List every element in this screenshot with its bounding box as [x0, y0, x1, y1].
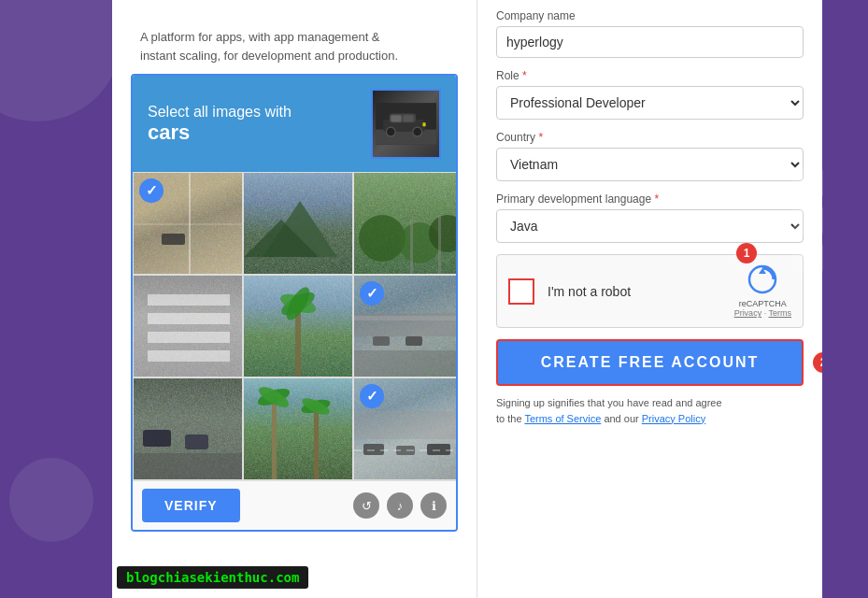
- captcha-widget: Select all images with cars: [131, 74, 458, 532]
- captcha-cell-4[interactable]: [243, 275, 353, 377]
- recaptcha-terms-link[interactable]: Terms: [769, 308, 792, 318]
- captcha-cell-2[interactable]: [353, 172, 458, 275]
- product-description: A platform for apps, with app management…: [121, 19, 467, 74]
- create-free-account-button[interactable]: CREATE FREE ACCOUNT: [496, 339, 804, 386]
- annotation-1: 1: [736, 243, 757, 263]
- purple-right-panel: [827, 0, 868, 598]
- country-select[interactable]: Vietnam United States United Kingdom Oth…: [496, 148, 804, 181]
- dev-lang-required-mark: *: [654, 192, 659, 206]
- verify-button[interactable]: VERIFY: [142, 489, 240, 522]
- recaptcha-label: I'm not a robot: [548, 284, 734, 299]
- dev-language-field: Primary development language * Java Pyth…: [496, 192, 804, 243]
- svg-rect-11: [162, 234, 185, 245]
- purple-left-panel: [0, 0, 117, 598]
- recaptcha-row[interactable]: I'm not a robot reCAPTCHA Privacy ·: [496, 254, 804, 328]
- role-required-mark: *: [522, 69, 527, 82]
- captcha-cell-6[interactable]: [133, 377, 243, 480]
- svg-point-14: [359, 215, 406, 262]
- create-button-wrap: CREATE FREE ACCOUNT 2: [496, 339, 804, 386]
- right-icon-2: ≡: [793, 206, 823, 235]
- svg-rect-32: [143, 430, 171, 447]
- terms-text: Signing up signifies that you have read …: [496, 395, 804, 426]
- svg-rect-42: [363, 444, 384, 455]
- role-select[interactable]: Professional Developer Student Hobbyist …: [496, 86, 804, 120]
- captcha-header-image: [371, 89, 441, 159]
- recaptcha-checkbox[interactable]: [508, 278, 534, 305]
- svg-point-6: [386, 127, 395, 136]
- company-name-input[interactable]: [496, 26, 804, 58]
- privacy-policy-link[interactable]: Privacy Policy: [642, 413, 705, 424]
- cell-1-svg: [244, 173, 353, 275]
- svg-rect-29: [373, 336, 390, 346]
- captcha-cell-3[interactable]: [133, 275, 243, 377]
- svg-rect-17: [410, 220, 413, 275]
- cell-5-check: [360, 281, 384, 306]
- captcha-nav-icons: ↺ ♪ ℹ: [353, 492, 447, 519]
- company-name-label: Company name: [496, 9, 804, 22]
- car-image-placeholder: [373, 91, 439, 157]
- cell-4-svg: [244, 276, 353, 377]
- recaptcha-branding: reCAPTCHA Privacy · Terms: [734, 264, 791, 318]
- svg-rect-38: [314, 406, 319, 480]
- car-svg: [376, 93, 436, 154]
- cell-2-svg: [354, 173, 458, 275]
- svg-rect-8: [422, 122, 425, 126]
- captcha-section: A platform for apps, with app management…: [112, 0, 477, 598]
- country-label: Country *: [496, 131, 804, 144]
- captcha-instruction: Select all images with cars: [148, 104, 292, 145]
- svg-rect-44: [427, 444, 450, 455]
- country-field: Country * Vietnam United States United K…: [496, 131, 804, 181]
- company-name-field: Company name: [496, 9, 804, 58]
- captcha-grid[interactable]: [133, 172, 456, 480]
- svg-rect-34: [134, 453, 243, 480]
- svg-rect-33: [185, 434, 208, 449]
- right-icon-3: ≡: [793, 243, 823, 273]
- main-panel: A platform for apps, with app management…: [112, 0, 822, 598]
- registration-form: Company name Role * Professional Develop…: [477, 0, 822, 598]
- recaptcha-privacy-link[interactable]: Privacy: [734, 308, 762, 318]
- country-required-mark: *: [538, 131, 543, 144]
- right-side-icons: ≡ ≡ ≡: [793, 168, 823, 273]
- cell-7-svg: [244, 378, 353, 480]
- svg-rect-5: [403, 115, 413, 121]
- blog-watermark: blogchiasekienthuc.com: [117, 566, 308, 589]
- right-icon-1: ≡: [793, 168, 823, 198]
- svg-rect-41: [354, 411, 458, 439]
- svg-rect-35: [272, 397, 277, 480]
- recaptcha-logo-svg: [747, 264, 777, 294]
- svg-rect-4: [391, 115, 401, 121]
- svg-rect-30: [406, 336, 422, 346]
- captcha-footer: VERIFY ↺ ♪ ℹ: [133, 480, 456, 530]
- role-field: Role * Professional Developer Student Ho…: [496, 69, 804, 120]
- svg-rect-19: [148, 294, 230, 306]
- captcha-sound-icon[interactable]: ♪: [387, 492, 413, 519]
- captcha-cell-5[interactable]: [353, 275, 458, 377]
- dev-language-select[interactable]: Java Python JavaScript C# PHP Ruby: [496, 209, 804, 243]
- svg-point-7: [413, 127, 422, 136]
- svg-rect-28: [354, 316, 458, 320]
- cell-0-check: [139, 178, 164, 203]
- captcha-cell-8[interactable]: [353, 377, 458, 480]
- cell-3-svg: [134, 276, 243, 377]
- svg-rect-18: [438, 215, 441, 275]
- recaptcha-links: Privacy · Terms: [734, 308, 791, 318]
- captcha-cell-1[interactable]: [243, 172, 353, 275]
- recaptcha-checkbox-wrap: [508, 278, 534, 305]
- svg-rect-20: [148, 313, 230, 324]
- captcha-cell-0[interactable]: [133, 172, 243, 275]
- svg-rect-21: [148, 332, 230, 343]
- captcha-cell-7[interactable]: [243, 377, 353, 480]
- captcha-header: Select all images with cars: [133, 76, 456, 172]
- captcha-reload-icon[interactable]: ↺: [353, 492, 379, 519]
- role-label: Role *: [496, 69, 804, 82]
- cell-6-svg: [134, 378, 243, 480]
- svg-rect-22: [148, 350, 230, 362]
- recaptcha-logo: [747, 264, 777, 299]
- recaptcha-container: 1 I'm not a robot reCAPTCHA: [496, 254, 804, 328]
- captcha-info-icon[interactable]: ℹ: [420, 492, 447, 519]
- svg-rect-31: [354, 350, 458, 377]
- cell-8-check: [360, 384, 384, 408]
- dev-language-label: Primary development language *: [496, 192, 804, 206]
- recaptcha-brand-text: reCAPTCHA: [739, 299, 787, 308]
- terms-of-service-link[interactable]: Terms of Service: [524, 413, 601, 424]
